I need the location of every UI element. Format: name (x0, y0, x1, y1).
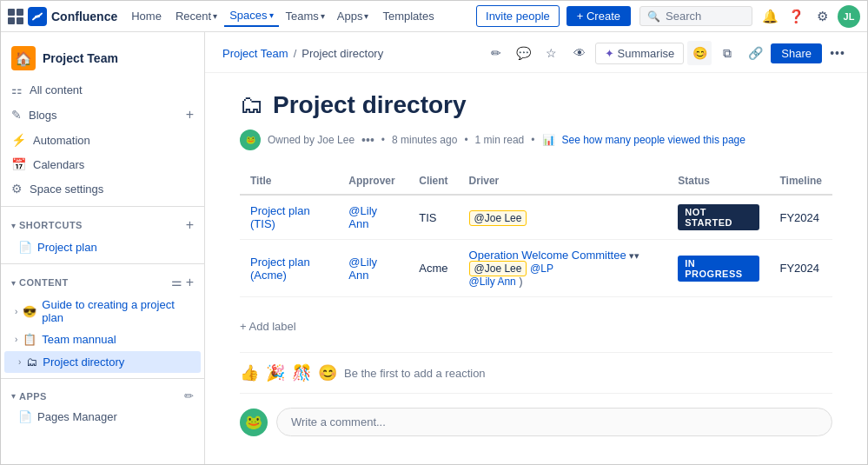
project-directory-icon: 🗂 (26, 355, 37, 369)
create-button[interactable]: + Create (567, 6, 631, 26)
meta-more-btn[interactable]: ••• (361, 133, 374, 147)
edit-button[interactable]: ✏ (484, 41, 508, 65)
reaction-party[interactable]: 🎊 (292, 363, 311, 382)
copy-button[interactable]: ⧉ (715, 41, 739, 65)
reaction-emoji-picker[interactable]: 😊 (318, 363, 337, 382)
comment-button[interactable]: 💬 (512, 41, 536, 65)
breadcrumb-page: Project directory (301, 47, 383, 60)
nav-logo[interactable]: Confluence (8, 7, 117, 26)
col-status: Status (667, 168, 769, 195)
star-button[interactable]: ☆ (540, 41, 564, 65)
col-client: Client (408, 168, 458, 195)
apps-header[interactable]: ▾ APPS ✏ (11, 389, 194, 402)
filter-content-icon[interactable]: ⚌ (171, 275, 182, 290)
guide-icon: 😎 (23, 305, 36, 318)
nav-templates[interactable]: Templates (375, 6, 441, 26)
nav-spaces[interactable]: Spaces▾ (224, 5, 278, 27)
share-button[interactable]: Share (771, 43, 822, 63)
more-actions-button[interactable]: ••• (825, 41, 850, 65)
add-blog-icon[interactable]: + (186, 107, 194, 123)
reactions-bar: 👍 🎉 🎊 😊 Be the first to add a reaction (240, 352, 832, 394)
col-title: Title (240, 168, 338, 195)
col-timeline: Timeline (770, 168, 833, 195)
breadcrumb-space-link[interactable]: Project Team (222, 47, 288, 60)
sidebar-item-project-directory[interactable]: › 🗂 Project directory (4, 351, 201, 373)
nav-search[interactable]: 🔍 Search (639, 6, 752, 26)
add-label-button[interactable]: + Add label (240, 315, 832, 338)
nav-recent[interactable]: Recent▾ (170, 6, 222, 26)
link-button[interactable]: 🔗 (743, 41, 767, 65)
sidebar-item-guide[interactable]: › 😎 Guide to creating a project plan (1, 294, 204, 329)
sidebar-item-label: Project plan (37, 241, 97, 254)
sidebar-item-automation[interactable]: ⚡ Automation (1, 128, 204, 152)
row2-driver-lp[interactable]: @LP (530, 262, 553, 275)
row2-driver: Operation Welcome Committee ▾▾ @Joe Lee … (459, 240, 668, 297)
settings-icon[interactable]: ⚙ (810, 4, 834, 29)
content-header[interactable]: ▾ CONTENT ⚌ + (11, 275, 194, 290)
summarise-button[interactable]: ✦ Summarise (595, 43, 685, 64)
sidebar-item-all-content[interactable]: ⚏ All content (1, 77, 204, 102)
sidebar-item-team-mannual[interactable]: › 📋 Team mannual (1, 329, 204, 350)
row2-driver-lily[interactable]: @Lily Ann (469, 276, 516, 288)
sidebar: 🏠 Project Team ⚏ All content ✎ Blogs + ⚡… (1, 32, 205, 465)
help-icon[interactable]: ❓ (784, 4, 808, 29)
page-owned-by: Owned by Joe Lee (268, 134, 354, 146)
row2-driver-main[interactable]: Operation Welcome Committee (469, 249, 626, 262)
reaction-thumbs-up[interactable]: 👍 (240, 363, 259, 382)
comment-input[interactable]: Write a comment... (276, 408, 832, 436)
nav-apps[interactable]: Apps▾ (332, 6, 374, 26)
chart-icon: 📊 (542, 134, 555, 146)
row1-approver-mention[interactable]: @Lily Ann (348, 204, 377, 230)
add-shortcut-icon[interactable]: + (186, 217, 194, 233)
page-title-row: 🗂 Project directory (240, 90, 832, 119)
sidebar-item-label: Pages Manager (37, 410, 117, 423)
shortcuts-section: ▾ SHORTCUTS + (1, 212, 204, 236)
sidebar-item-calendars[interactable]: 📅 Calendars (1, 152, 204, 176)
sidebar-item-label: Blogs (29, 109, 57, 122)
row2-approver-mention[interactable]: @Lily Ann (348, 256, 377, 282)
row1-timeline: FY2024 (770, 195, 833, 240)
sidebar-item-blogs[interactable]: ✎ Blogs + (1, 102, 204, 128)
sidebar-item-label: Space settings (30, 183, 103, 196)
sidebar-item-project-plan[interactable]: 📄 Project plan (1, 236, 204, 258)
shortcuts-header[interactable]: ▾ SHORTCUTS + (11, 217, 194, 233)
row1-title-link[interactable]: Project plan (TIS) (250, 204, 310, 230)
reaction-clap[interactable]: 🎉 (266, 363, 285, 382)
page-meta: 🐸 Owned by Joe Lee ••• • 8 minutes ago •… (240, 130, 832, 150)
row1-approver: @Lily Ann (338, 195, 408, 240)
nav-teams[interactable]: Teams▾ (281, 6, 330, 26)
status-badge-not-started: NOT STARTED (678, 204, 759, 230)
viewers-link[interactable]: See how many people viewed this page (562, 134, 745, 146)
row1-driver-mention[interactable]: @Joe Lee (469, 210, 527, 226)
space-name: Project Team (43, 51, 118, 65)
apps-label: APPS (19, 391, 47, 402)
search-icon: 🔍 (647, 10, 660, 23)
invite-button[interactable]: Invite people (476, 5, 560, 27)
apps-grid-icon (8, 9, 23, 24)
sidebar-item-label: All content (30, 83, 83, 96)
nav-home[interactable]: Home (124, 6, 169, 26)
team-mannual-icon: 📋 (23, 333, 36, 346)
edit-apps-icon[interactable]: ✏ (184, 389, 194, 402)
row1-driver: @Joe Lee (459, 195, 668, 240)
search-placeholder: Search (666, 10, 701, 23)
sidebar-item-pages-manager[interactable]: 📄 Pages Manager (1, 406, 204, 428)
user-avatar[interactable]: JL (838, 5, 860, 28)
sidebar-item-space-settings[interactable]: ⚙ Space settings (1, 176, 204, 201)
main-content: Project Team / Project directory ✏ 💬 ☆ 👁… (205, 32, 867, 465)
watch-button[interactable]: 👁 (567, 41, 592, 65)
content-section: ▾ CONTENT ⚌ + (1, 269, 204, 294)
add-content-icon[interactable]: + (186, 275, 194, 290)
row2-driver-joe[interactable]: @Joe Lee (469, 261, 527, 276)
page-title: Project directory (273, 91, 467, 119)
automation-icon: ⚡ (11, 133, 26, 147)
row2-client: Acme (408, 240, 458, 297)
reaction-cta: Be the first to add a reaction (344, 367, 486, 380)
meta-separator-3: • (531, 134, 534, 146)
row2-title-link[interactable]: Project plan (Acme) (250, 256, 310, 282)
breadcrumb: Project Team / Project directory (222, 47, 383, 60)
emoji-reaction-button[interactable]: 😊 (687, 41, 712, 65)
confluence-text: Confluence (51, 10, 117, 23)
notifications-icon[interactable]: 🔔 (758, 4, 782, 29)
sidebar-space-header[interactable]: 🏠 Project Team (1, 39, 204, 77)
